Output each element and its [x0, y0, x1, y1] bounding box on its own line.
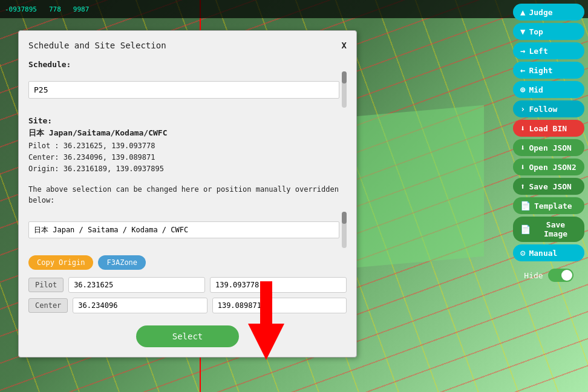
manual-button[interactable]: ⚙ Manual	[513, 244, 584, 261]
schedule-select-row: P25P26P27	[28, 71, 347, 108]
mid-icon: ⊕	[520, 85, 525, 94]
template-button[interactable]: 📄 Template	[513, 197, 584, 214]
center-label: Center	[28, 298, 68, 313]
top-bar: -0937895 778 9987	[0, 0, 588, 18]
save-json-label: Save JSON	[529, 182, 571, 191]
left-label: Left	[529, 47, 547, 56]
left-icon: →	[520, 46, 525, 56]
save-image-button[interactable]: 📄 Save Image	[513, 217, 584, 242]
dialog-close-button[interactable]: X	[342, 41, 347, 50]
top-button[interactable]: ▼ Top	[513, 23, 584, 40]
coord-2: 778	[49, 5, 61, 13]
follow-icon: ›	[520, 104, 525, 114]
load-bin-label: Load BIN	[529, 124, 567, 133]
site-pilot-detail: Pilot : 36.231625, 139.093778	[28, 140, 347, 152]
mid-label: Mid	[529, 85, 543, 94]
right-sidebar: ▲ Judge ▼ Top → Left ← Right ⊕ Mid › Fol…	[509, 0, 588, 288]
site-label: Site:	[28, 116, 347, 125]
schedule-label: Schedule:	[28, 60, 347, 69]
submit-button[interactable]: Select	[136, 325, 240, 347]
judge-icon: ▲	[520, 7, 525, 17]
follow-label: Follow	[529, 105, 557, 114]
open-json-button[interactable]: ⬇ Open JSON	[513, 139, 584, 156]
site-select[interactable]: 日本 Japan / Saitama / Kodama / CWFC	[28, 221, 339, 238]
judge-label: Judge	[529, 8, 552, 17]
open-json-label: Open JSON	[529, 143, 571, 152]
save-image-icon: 📄	[520, 224, 531, 234]
template-icon: 📄	[520, 201, 531, 211]
schedule-scrollbar	[342, 71, 347, 108]
open-json2-button[interactable]: ⬇ Open JSON2	[513, 158, 584, 175]
left-button[interactable]: → Left	[513, 42, 584, 59]
right-icon: ←	[520, 65, 525, 75]
load-bin-icon: ⬇	[520, 123, 525, 133]
schedule-select-wrapper: P25P26P27	[28, 81, 339, 99]
info-text: The above selection can be changed here …	[28, 184, 347, 206]
center-lon-input[interactable]	[212, 298, 347, 313]
open-json-icon: ⬇	[520, 143, 525, 152]
f3azone-button[interactable]: F3AZone	[98, 255, 146, 270]
schedule-site-dialog: Schedule and Site Selection X Schedule: …	[18, 30, 357, 358]
manual-icon: ⚙	[520, 248, 525, 258]
center-lat-input[interactable]	[73, 298, 207, 313]
site-scrollbar	[342, 212, 347, 248]
follow-button[interactable]: › Follow	[513, 100, 584, 117]
site-origin-detail: Origin: 36.2316189, 139.0937895	[28, 163, 347, 175]
hide-toggle-row: Hide	[513, 266, 584, 284]
save-json-button[interactable]: ⬆ Save JSON	[513, 178, 584, 195]
dialog-title: Schedule and Site Selection	[28, 41, 166, 50]
mid-button[interactable]: ⊕ Mid	[513, 81, 584, 98]
site-select-wrapper: 日本 Japan / Saitama / Kodama / CWFC	[28, 221, 339, 238]
hide-label: Hide	[524, 271, 543, 280]
pilot-lat-input[interactable]	[68, 277, 205, 293]
pilot-label: Pilot	[28, 278, 64, 292]
pilot-lon-input[interactable]	[210, 277, 347, 293]
dialog-footer: Select	[28, 325, 347, 347]
save-image-label: Save Image	[534, 220, 577, 238]
open-json2-label: Open JSON2	[529, 163, 576, 172]
center-coord-row: Center	[28, 298, 347, 313]
template-label: Template	[534, 201, 572, 211]
judge-button[interactable]: ▲ Judge	[513, 4, 584, 21]
open-json2-icon: ⬇	[520, 162, 525, 172]
pilot-coord-row: Pilot	[28, 277, 347, 293]
toggle-slider	[548, 269, 573, 282]
right-button[interactable]: ← Right	[513, 62, 584, 79]
site-center-detail: Center: 36.234096, 139.089871	[28, 152, 347, 163]
copy-origin-button[interactable]: Copy Origin	[28, 255, 93, 270]
hide-toggle[interactable]	[548, 269, 573, 282]
right-label: Right	[529, 66, 552, 75]
action-buttons-row: Copy Origin F3AZone	[28, 255, 347, 270]
dialog-header: Schedule and Site Selection X	[28, 41, 347, 50]
save-json-icon: ⬆	[520, 181, 525, 191]
coord-1: -0937895	[5, 5, 37, 13]
top-label: Top	[529, 27, 543, 36]
top-icon: ▼	[520, 27, 525, 36]
coord-3: 9987	[73, 5, 90, 13]
load-bin-button[interactable]: ⬇ Load BIN	[513, 120, 584, 137]
site-select-row: 日本 Japan / Saitama / Kodama / CWFC	[28, 212, 347, 248]
schedule-select[interactable]: P25P26P27	[28, 81, 339, 99]
site-name: 日本 Japan/Saitama/Kodama/CWFC	[28, 128, 347, 139]
site-section: Site: 日本 Japan/Saitama/Kodama/CWFC Pilot…	[28, 116, 347, 175]
manual-label: Manual	[529, 249, 557, 258]
